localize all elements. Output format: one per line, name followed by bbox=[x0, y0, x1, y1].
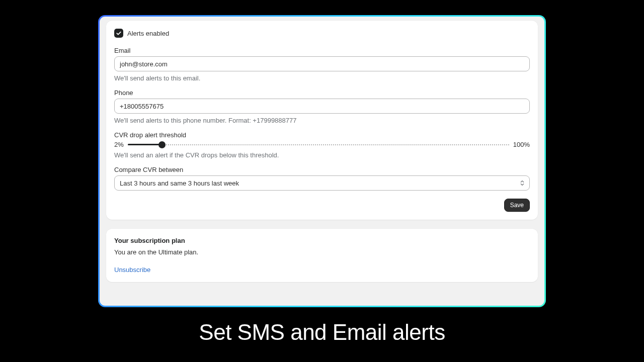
threshold-label: CVR drop alert threshold bbox=[114, 131, 530, 139]
email-label: Email bbox=[114, 47, 530, 54]
slider-fill bbox=[128, 144, 162, 145]
email-help: We'll send alerts to this email. bbox=[114, 74, 530, 82]
save-button[interactable]: Save bbox=[504, 199, 530, 212]
unsubscribe-link[interactable]: Unsubscribe bbox=[114, 266, 150, 274]
threshold-min-label: 2% bbox=[114, 141, 124, 148]
subscription-text: You are on the Ultimate plan. bbox=[114, 248, 530, 256]
alerts-enabled-label: Alerts enabled bbox=[127, 30, 169, 37]
subscription-title: Your subscription plan bbox=[114, 237, 530, 244]
save-row: Save bbox=[114, 199, 530, 212]
subscription-card: Your subscription plan You are on the Ul… bbox=[106, 229, 538, 282]
compare-label: Compare CVR between bbox=[114, 166, 530, 173]
page-caption: Set SMS and Email alerts bbox=[0, 320, 644, 345]
app-surface: Alerts enabled Email We'll send alerts t… bbox=[100, 17, 544, 306]
app-frame: Alerts enabled Email We'll send alerts t… bbox=[98, 15, 546, 307]
alerts-settings-card: Alerts enabled Email We'll send alerts t… bbox=[106, 21, 538, 220]
phone-label: Phone bbox=[114, 89, 530, 97]
threshold-slider[interactable] bbox=[128, 141, 509, 148]
alerts-enabled-row: Alerts enabled bbox=[114, 29, 530, 38]
compare-row: Compare CVR between Last 3 hours and sam… bbox=[114, 166, 530, 191]
email-input[interactable] bbox=[114, 56, 530, 71]
alerts-enabled-checkbox[interactable] bbox=[114, 29, 123, 38]
compare-select-wrap: Last 3 hours and same 3 hours last week bbox=[114, 175, 530, 191]
check-icon bbox=[116, 30, 122, 36]
slider-rail bbox=[128, 144, 509, 145]
phone-input[interactable] bbox=[114, 99, 530, 114]
threshold-max-label: 100% bbox=[513, 141, 530, 148]
threshold-slider-row: 2% 100% bbox=[114, 141, 530, 148]
slider-thumb[interactable] bbox=[158, 141, 166, 148]
threshold-row: CVR drop alert threshold 2% 100% We'll s… bbox=[114, 131, 530, 159]
phone-help: We'll send alerts to this phone number. … bbox=[114, 117, 530, 124]
phone-row: Phone We'll send alerts to this phone nu… bbox=[114, 89, 530, 124]
email-row: Email We'll send alerts to this email. bbox=[114, 47, 530, 82]
threshold-help: We'll send an alert if the CVR drops bel… bbox=[114, 151, 530, 159]
compare-select[interactable]: Last 3 hours and same 3 hours last week bbox=[114, 175, 530, 191]
